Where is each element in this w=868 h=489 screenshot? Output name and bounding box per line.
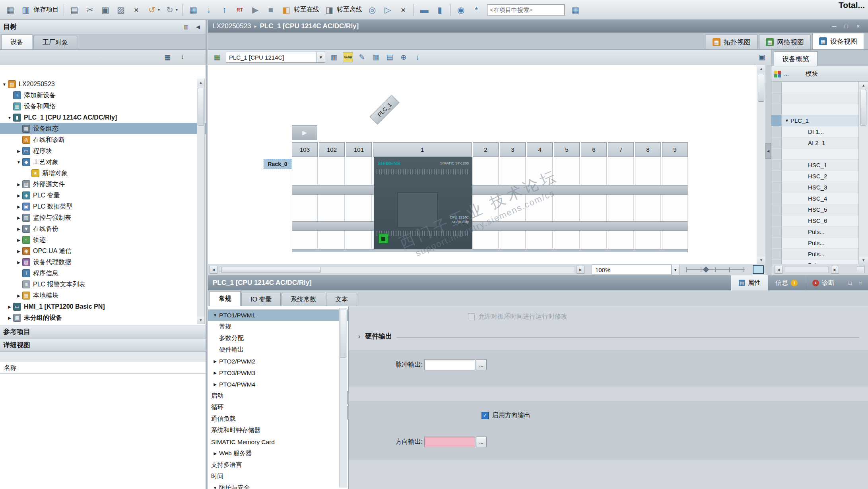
nav-pto2-pwm2[interactable]: ▶PTO2/PWM2 [208,356,348,367]
portal-toggle-icon[interactable]: ▦ [3,2,17,17]
pin-panel-icon[interactable]: ▥ [182,23,190,31]
overview-row[interactable] [771,149,859,160]
canvas-vertical-scrollbar[interactable]: ▲ ▼ [757,65,765,264]
slot-header-102[interactable]: 102 [319,142,345,157]
scrollbar-track[interactable] [785,267,829,273]
expand-arrow-icon[interactable]: ▶ [211,371,219,375]
scroll-right-icon[interactable]: ▶ [577,266,584,274]
expand-arrow-icon[interactable]: ▶ [15,227,22,231]
collapse-arrow-icon[interactable]: ▼ [15,160,22,164]
collapse-arrow-icon[interactable]: ▼ [211,486,219,489]
hardware-outputs-header[interactable]: › 硬件输出 [358,332,859,341]
topology-view-tab[interactable]: ▦拓扑视图 [706,35,757,49]
accessible-devices-icon[interactable]: ◎ [365,2,379,17]
slot-cell-8[interactable] [635,157,661,249]
subtab-system-constants[interactable]: 系统常数 [282,293,325,306]
menu-icon[interactable]: ≡ [855,278,866,288]
rack-label[interactable]: Rack_0 [264,159,291,169]
collapse-arrow-icon[interactable]: ▼ [6,116,13,120]
tree-item-ungrouped-devices[interactable]: ▶▦未分组的设备 [0,312,206,323]
tree-item-plc-alarm-text-lists[interactable]: ≡PLC 报警文本列表 [0,279,206,290]
tree-item-program-info[interactable]: i程序信息 [0,268,206,279]
scroll-up-icon[interactable]: ▲ [757,65,765,72]
gestures-icon[interactable]: * [469,2,484,17]
scroll-down-icon[interactable]: ▼ [757,257,765,264]
overview-row[interactable] [771,104,859,115]
tree-item-hmi-1[interactable]: ▶▭HMI_1 [KTP1200 Basic PN] [0,301,206,312]
tree-item-add-new-object[interactable]: ★新增对象 [0,168,206,179]
slot-header-2[interactable]: 2 [473,142,499,157]
dropdown-caret-icon[interactable]: ▼ [317,52,325,62]
undo-icon[interactable]: ↺▾ [145,2,161,17]
overview-horizontal-scrollbar[interactable]: ◀ ▶ [771,264,868,275]
collapse-arrow-icon[interactable]: ▼ [783,118,790,123]
expand-arrow-icon[interactable]: ▶ [6,305,13,309]
start-cpu-icon[interactable]: ▶ [248,2,262,17]
device-view-tab[interactable]: ▦设备视图 [812,33,864,49]
info-tab[interactable]: 信息i [768,275,805,290]
scroll-up-icon[interactable]: ▲ [197,79,204,86]
slot-header-5[interactable]: 5 [554,142,580,157]
canvas-horizontal-scrollbar[interactable] [220,266,574,273]
expand-arrow-icon[interactable]: ▶ [15,216,22,220]
nav-pto1-pwm1[interactable]: ▼PTO1/PWM1 [208,309,348,321]
slot-header-1[interactable]: 1 [373,142,472,157]
slot-header-3[interactable]: 3 [500,142,526,157]
slot-header-4[interactable]: 4 [527,142,553,157]
slot-cell-101[interactable] [346,157,372,249]
direction-output-browse-button[interactable]: ... [476,437,487,447]
collapse-arrow-icon[interactable]: ▼ [1,82,8,87]
overview-row-di-1[interactable]: DI 1... [771,126,859,137]
expand-arrow-icon[interactable]: ▶ [15,294,22,298]
start-simulation-icon[interactable]: ▷ [381,2,395,17]
tree-item-external-source-files[interactable]: ▶▤外部源文件 [0,179,206,190]
expand-arrow-icon[interactable]: ▶ [15,249,22,253]
overview-collapse-handle[interactable]: ◀ [765,143,771,159]
tab-plant-objects[interactable]: 工厂对象 [33,36,77,49]
slot-cell-103[interactable] [292,157,318,249]
dropdown-caret-icon[interactable]: ▼ [671,265,680,275]
library-view-icon[interactable]: ▦ [568,2,583,17]
expand-arrow-icon[interactable]: ▶ [6,316,13,320]
overview-row-hsc-3[interactable]: HSC_3 [771,182,859,193]
delete-icon[interactable]: × [129,2,144,17]
overview-row-pulse-2[interactable]: Puls... [771,238,859,249]
tree-item-project-root[interactable]: ▼▤LX20250523 [0,79,206,90]
copy-icon[interactable]: ▣ [98,2,113,17]
split-horizontal-icon[interactable]: ▬ [417,2,431,17]
slot-cell-2[interactable] [473,157,499,249]
network-view-tab[interactable]: ▦网络视图 [759,35,811,49]
nav-multilingual[interactable]: 支持多语言 [208,459,348,471]
sort-icon[interactable]: ↕ [178,52,187,62]
paste-icon[interactable]: ▨ [114,2,128,17]
tree-item-add-new-device[interactable]: +添加新设备 [0,90,206,101]
print-icon[interactable]: ▤ [67,2,82,17]
zoom-slider[interactable] [686,265,745,274]
nav-protection-security[interactable]: ▼防护与安全 [208,482,348,489]
direction-output-input[interactable] [424,437,475,447]
expand-arrow-icon[interactable]: ▶ [15,260,22,265]
slot-cell-6[interactable] [581,157,607,249]
scroll-right-icon[interactable]: ▶ [831,266,839,274]
diagnostics-tab[interactable]: +诊断 [805,275,842,290]
search-input[interactable] [487,4,565,15]
close-icon[interactable]: × [853,22,863,31]
grid-columns-icon[interactable]: ▥ [329,52,339,62]
tree-item-plc-1[interactable]: ▼▮PLC_1 [CPU 1214C AC/DC/Rly] [0,112,206,123]
scrollbar-thumb[interactable] [340,310,346,358]
overview-row-pulse-3[interactable]: Puls... [771,249,859,260]
breadcrumb-project[interactable]: LX20250523 [213,22,251,30]
save-project-button[interactable]: ▥保存项目 [19,2,60,17]
slot-cell-3[interactable] [500,157,526,249]
details-view-header[interactable]: 详细视图 [0,338,206,352]
go-online-button[interactable]: ◧转至在线 [279,2,321,17]
tree-item-local-modules[interactable]: ▶▦本地模块 [0,290,206,301]
stop-cpu-icon[interactable]: ■ [264,2,278,17]
properties-nav-scrollbar[interactable] [339,308,347,487]
nav-general[interactable]: 常规 [208,321,348,332]
overview-row-hsc-6[interactable]: HSC_6 [771,215,859,226]
scroll-down-icon[interactable]: ▼ [197,317,204,324]
crossing-lines-icon[interactable]: ▥ [371,52,381,62]
tree-item-online-and-diagnostics[interactable]: ◎在线和诊断 [0,134,206,145]
nav-system-clock-memory[interactable]: 系统和时钟存储器 [208,425,348,436]
